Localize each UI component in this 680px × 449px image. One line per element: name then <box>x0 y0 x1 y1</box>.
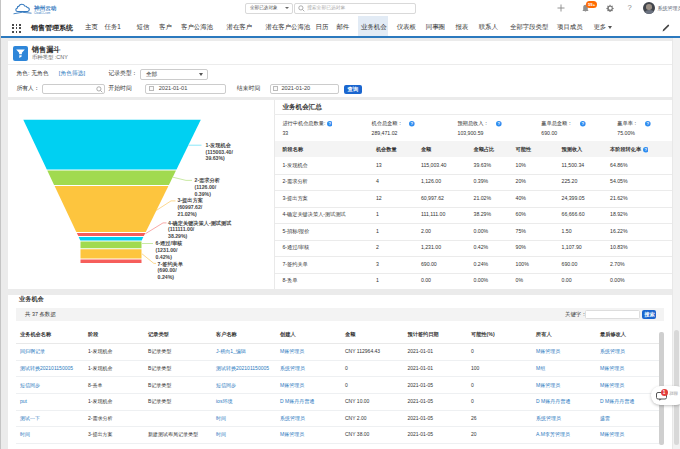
svg-text:?: ? <box>498 122 501 127</box>
svg-text:?: ? <box>582 122 585 127</box>
svg-text:?: ? <box>644 147 647 152</box>
svg-text:?: ? <box>411 122 414 127</box>
svg-text:?: ? <box>647 122 650 127</box>
svg-text:?: ? <box>328 122 331 127</box>
